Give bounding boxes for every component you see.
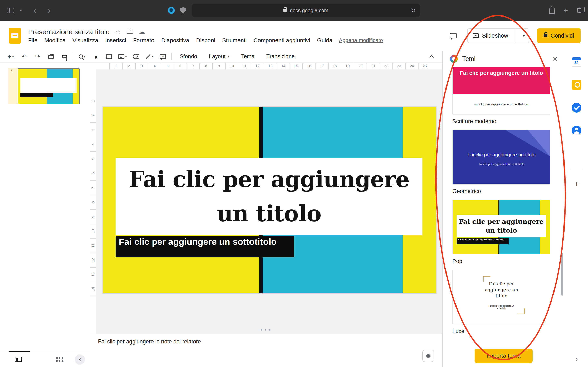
document-title[interactable]: Presentazione senza titolo (28, 28, 110, 36)
sidebar-toggle-icon[interactable] (7, 8, 14, 13)
ruler-tick: 7 (187, 63, 199, 69)
theme-card-pop[interactable]: Fai clic per aggiungere un titolo Fai cl… (452, 200, 550, 254)
screen: ▾ ‹ › docs.google.com ↻ + Presentazione … (0, 0, 588, 367)
theme-button[interactable]: Tema (237, 52, 259, 61)
tab-overview-icon[interactable] (577, 8, 581, 13)
insert-line-button[interactable]: ▾ (145, 52, 154, 61)
ruler-tick: 12 (251, 63, 264, 69)
theme-card-title: Fai clic per aggiungere un titolo (453, 152, 550, 158)
back-icon[interactable]: ‹ (33, 6, 36, 15)
slideshow-button[interactable]: Slideshow ▾ (467, 28, 529, 43)
maps-icon[interactable] (572, 149, 581, 158)
undo-button[interactable]: ↶ (19, 52, 29, 61)
transition-button[interactable]: Transizione (262, 52, 299, 61)
address-bar[interactable]: docs.google.com ↻ (191, 4, 420, 17)
ruler-tick: 17 (315, 63, 328, 69)
menu-disponi[interactable]: Disponi (196, 37, 215, 44)
print-button[interactable] (46, 52, 56, 61)
comments-icon[interactable] (450, 33, 457, 38)
ruler-tick: 9 (212, 63, 225, 69)
collapse-toolbar-button[interactable] (427, 52, 437, 61)
notes-placeholder: Fai clic per aggiungere le note del rela… (98, 338, 201, 345)
reload-icon[interactable]: ↻ (411, 7, 416, 14)
menu-componenti-aggiuntivi[interactable]: Componenti aggiuntivi (254, 37, 310, 44)
slide-subtitle-placeholder[interactable]: Fai clic per aggiungere un sottotitolo (116, 236, 294, 257)
slides-logo-icon[interactable] (9, 28, 21, 44)
menu-modifica[interactable]: Modifica (44, 37, 66, 44)
ruler-tick: 6 (174, 63, 187, 69)
theme-name-label: Luxe (452, 328, 565, 334)
ruler-vertical: 1234567891011121314 (90, 69, 96, 334)
menu-visualizza[interactable]: Visualizza (72, 37, 98, 44)
extension-icon[interactable] (168, 7, 175, 14)
menu-formato[interactable]: Formato (133, 37, 154, 44)
paint-format-button[interactable] (60, 52, 69, 61)
background-button[interactable]: Sfondo (176, 52, 201, 61)
expand-panel-icon[interactable]: › (565, 355, 588, 363)
header-actions: Slideshow ▾ Condividi (450, 28, 581, 43)
calendar-icon[interactable]: 31 (572, 57, 581, 67)
menu-inserisci[interactable]: Inserisci (105, 37, 126, 44)
move-folder-icon[interactable] (127, 30, 133, 34)
forward-icon[interactable]: › (48, 6, 51, 15)
ruler-tick: 4 (90, 137, 96, 152)
theme-card-geometrico[interactable]: Fai clic per aggiungere un titolo Fai cl… (452, 130, 550, 184)
slideshow-caret-icon[interactable]: ▾ (519, 33, 528, 38)
layout-button[interactable]: Layout▾ (205, 52, 233, 61)
cloud-status-icon[interactable]: ☁ (139, 29, 145, 35)
scrollbar-thumb[interactable] (561, 253, 563, 296)
calendar-icon-bar (572, 58, 581, 60)
insert-comment-button[interactable]: + (158, 52, 168, 61)
addon-button[interactable] (422, 350, 434, 362)
add-addon-icon[interactable]: + (574, 180, 579, 188)
share-button[interactable]: Condividi (537, 28, 581, 43)
last-edit-link[interactable]: Appena modificato (339, 37, 383, 43)
caret-down-icon: ▾ (12, 55, 14, 58)
new-slide-button[interactable]: +▾ (6, 52, 16, 61)
pager-dots-icon: • • • (261, 328, 271, 332)
grid-view-icon[interactable] (56, 357, 58, 359)
shield-extension-icon[interactable] (181, 7, 186, 14)
menu-guida[interactable]: Guida (317, 37, 332, 44)
ruler-tick: 13 (264, 63, 277, 69)
url-text: docs.google.com (290, 8, 328, 13)
slide-thumbnail[interactable] (17, 68, 80, 104)
text-box-button[interactable]: T (104, 52, 114, 61)
slide-thumbnail-item[interactable]: 1 (0, 68, 90, 109)
speaker-notes[interactable]: Fai clic per aggiungere le note del rela… (90, 334, 442, 349)
select-tool-button[interactable]: ▲ (91, 52, 100, 61)
close-panel-icon[interactable]: × (553, 55, 557, 63)
slides-logo-paper (11, 33, 18, 38)
share-sheet-icon[interactable] (549, 8, 554, 14)
slide-title-placeholder[interactable]: Fai clic per aggiungere un titolo (116, 158, 423, 235)
themes-panel: Temi × Fai clic per aggiungere un titolo… (442, 50, 565, 367)
menu-file[interactable]: File (28, 37, 37, 44)
new-tab-icon[interactable]: + (563, 7, 568, 14)
view-switcher-bar: ‹ (0, 351, 90, 367)
contacts-icon[interactable] (572, 125, 581, 135)
theme-card-luxe[interactable]: Fai clic per aggiungere un titolo Fai cl… (452, 270, 550, 324)
tasks-icon[interactable] (572, 103, 581, 113)
menu-diapositiva[interactable]: Diapositiva (161, 37, 189, 44)
ruler-tick: 1 (90, 94, 96, 108)
keep-icon[interactable] (572, 80, 581, 90)
zoom-button[interactable]: ▾ (77, 52, 87, 61)
chevron-up-icon (429, 55, 434, 60)
star-icon[interactable]: ☆ (115, 29, 121, 35)
ruler-tick: 25 (418, 63, 431, 69)
browser-toolbar: ▾ ‹ › docs.google.com ↻ + (0, 0, 588, 21)
theme-card-scrittore-moderno[interactable]: Fai clic per aggiungere un titolo Fai cl… (452, 67, 550, 115)
text-box-icon: T (106, 54, 112, 59)
insert-image-button[interactable]: ▾ (118, 52, 127, 61)
redo-button[interactable]: ↷ (33, 52, 43, 61)
menu-strumenti[interactable]: Strumenti (222, 37, 247, 44)
collapse-filmstrip-button[interactable]: ‹ (75, 354, 85, 365)
insert-shape-button[interactable] (131, 52, 141, 61)
chevron-down-icon[interactable]: ▾ (20, 8, 22, 13)
filmstrip-view-icon[interactable] (15, 357, 22, 362)
share-lock-icon (544, 34, 547, 37)
slide-canvas[interactable]: Fai clic per aggiungere un titolo Fai cl… (103, 106, 437, 294)
button-divider (516, 29, 516, 43)
import-theme-button[interactable]: Importa tema (475, 349, 533, 363)
ruler-tick: 19 (341, 63, 354, 69)
